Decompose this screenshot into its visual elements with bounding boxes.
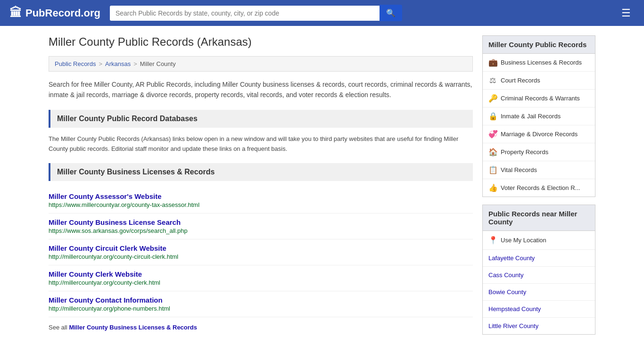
record-url: http://millercountyar.org/phone-numbers.… [49, 305, 473, 312]
record-url: http://millercountyar.org/county-clerk.h… [49, 279, 473, 286]
record-entry: Miller County Contact Information http:/… [49, 291, 473, 317]
sidebar-records-title: Miller County Public Records [482, 35, 595, 53]
sidebar-record-item[interactable]: 📋Vital Records [483, 161, 595, 179]
sidebar-record-icon: 📋 [488, 165, 497, 174]
sidebar-record-item[interactable]: 🏠Property Records [483, 143, 595, 161]
menu-button[interactable]: ☰ [618, 5, 635, 21]
breadcrumb-public-records[interactable]: Public Records [55, 60, 96, 67]
record-title-link[interactable]: Miller County Contact Information [49, 296, 163, 304]
sidebar-record-item[interactable]: 🔒Inmate & Jail Records [483, 107, 595, 125]
databases-description: The Miller County Public Records (Arkans… [49, 134, 473, 154]
page-description: Search for free Miller County, AR Public… [49, 79, 473, 100]
sidebar-record-label: Property Records [501, 148, 548, 156]
sidebar-record-label: Business Licenses & Records [501, 59, 582, 66]
sidebar-records-list: 💼Business Licenses & Records⚖Court Recor… [482, 53, 595, 197]
sidebar-nearby-list: 📍Use My LocationLafayette CountyCass Cou… [482, 230, 595, 335]
nearby-county-item[interactable]: Bowie County [483, 284, 595, 301]
nearby-county-item[interactable]: Little River County [483, 318, 595, 334]
record-title-link[interactable]: Miller County Clerk Website [49, 270, 142, 278]
page-title: Miller County Public Records (Arkansas) [49, 35, 473, 49]
record-entry: Miller County Assessor's Website https:/… [49, 188, 473, 214]
sidebar-record-label: Court Records [501, 77, 540, 84]
logo[interactable]: 🏛 PubRecord.org [9, 6, 100, 20]
see-all-link[interactable]: Miller County Business Licenses & Record… [69, 324, 197, 331]
location-pin-icon: 📍 [488, 236, 498, 245]
breadcrumb: Public Records > Arkansas > Miller Count… [49, 56, 473, 72]
breadcrumb-current: Miller County [140, 60, 176, 67]
sidebar-record-icon: 👍 [488, 183, 497, 192]
sidebar-record-item[interactable]: ⚖Court Records [483, 72, 595, 90]
sidebar-record-icon: 💼 [488, 58, 497, 67]
use-location-label: Use My Location [501, 237, 546, 244]
record-entry: Miller County Circuit Clerk Website http… [49, 239, 473, 265]
sidebar-record-label: Voter Records & Election R... [501, 184, 580, 191]
sidebar-record-label: Inmate & Jail Records [501, 113, 561, 120]
search-icon: 🔍 [386, 9, 396, 17]
main-content: Miller County Public Records (Arkansas) … [49, 35, 473, 342]
sidebar-record-item[interactable]: 💼Business Licenses & Records [483, 54, 595, 72]
site-header: 🏛 PubRecord.org 🔍 ☰ [0, 0, 644, 26]
sidebar-record-icon: 🔒 [488, 112, 497, 121]
sidebar-records-section: Miller County Public Records 💼Business L… [482, 35, 595, 197]
sidebar-record-item[interactable]: 💞Marriage & Divorce Records [483, 125, 595, 143]
sidebar: Miller County Public Records 💼Business L… [482, 35, 595, 342]
logo-text: PubRecord.org [25, 7, 100, 19]
sidebar-record-icon: ⚖ [488, 76, 497, 85]
record-url: https://www.sos.arkansas.gov/corps/searc… [49, 227, 473, 234]
use-location-item[interactable]: 📍Use My Location [483, 231, 595, 250]
record-title-link[interactable]: Miller County Business License Search [49, 218, 181, 226]
search-button[interactable]: 🔍 [380, 5, 402, 21]
see-all-line: See all Miller County Business Licenses … [49, 324, 473, 331]
sidebar-record-label: Marriage & Divorce Records [501, 131, 578, 138]
see-all-prefix: See all [49, 324, 69, 331]
sidebar-nearby-title: Public Records near Miller County [482, 205, 595, 230]
sidebar-record-icon: 💞 [488, 130, 497, 139]
sidebar-record-item[interactable]: 👍Voter Records & Election R... [483, 179, 595, 197]
nearby-county-item[interactable]: Hempstead County [483, 301, 595, 318]
hamburger-icon: ☰ [621, 7, 631, 19]
sidebar-nearby-section: Public Records near Miller County 📍Use M… [482, 205, 595, 335]
business-records-list: Miller County Assessor's Website https:/… [49, 188, 473, 317]
databases-section-header: Miller County Public Record Databases [49, 110, 473, 128]
nearby-county-item[interactable]: Lafayette County [483, 250, 595, 267]
sidebar-record-item[interactable]: 🔑Criminal Records & Warrants [483, 90, 595, 107]
sidebar-record-icon: 🏠 [488, 148, 497, 156]
record-url: http://millercountyar.org/county-circuit… [49, 253, 473, 260]
search-bar: 🔍 [110, 5, 402, 21]
business-section-header: Miller County Business Licenses & Record… [49, 163, 473, 181]
record-title-link[interactable]: Miller County Assessor's Website [49, 192, 161, 200]
record-entry: Miller County Clerk Website http://mille… [49, 265, 473, 291]
record-title-link[interactable]: Miller County Circuit Clerk Website [49, 244, 166, 252]
breadcrumb-arkansas[interactable]: Arkansas [105, 60, 131, 67]
sidebar-record-icon: 🔑 [488, 94, 497, 103]
sidebar-record-label: Criminal Records & Warrants [501, 95, 580, 102]
logo-icon: 🏛 [9, 6, 22, 20]
breadcrumb-sep-1: > [99, 60, 102, 67]
search-input[interactable] [110, 6, 380, 21]
nearby-county-item[interactable]: Cass County [483, 267, 595, 284]
record-entry: Miller County Business License Search ht… [49, 214, 473, 239]
record-url: https://www.millercountyar.org/county-ta… [49, 201, 473, 208]
breadcrumb-sep-2: > [133, 60, 137, 67]
sidebar-record-label: Vital Records [501, 166, 537, 173]
page-wrapper: Miller County Public Records (Arkansas) … [39, 26, 605, 352]
